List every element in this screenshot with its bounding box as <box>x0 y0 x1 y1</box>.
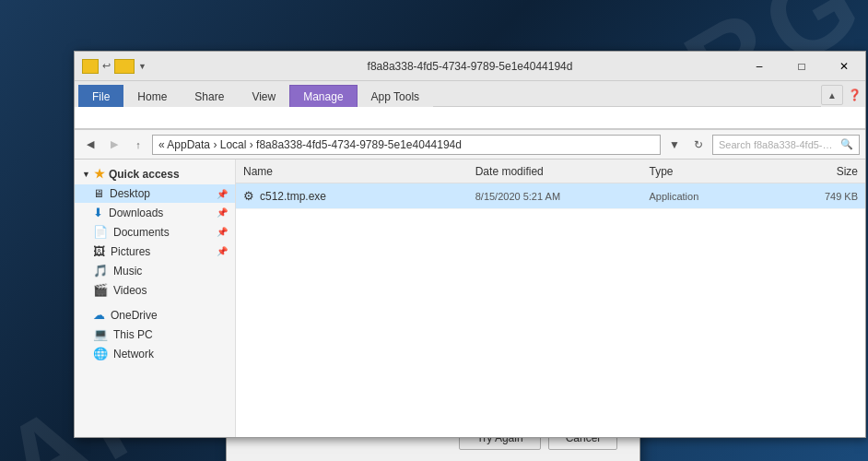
window-controls: – □ ✕ <box>738 52 865 81</box>
pin-icon-desktop: 📌 <box>217 189 228 199</box>
folder-icon-large <box>114 59 135 74</box>
pin-icon-documents: 📌 <box>217 227 228 237</box>
dropdown-arrow[interactable]: ▼ <box>664 138 685 151</box>
tab-app-tools[interactable]: App Tools <box>358 85 433 107</box>
tab-share[interactable]: Share <box>181 85 238 107</box>
downloads-icon: ⬇ <box>93 206 103 219</box>
network-icon: 🌐 <box>93 347 108 361</box>
address-path[interactable]: « AppData › Local › f8a8a338-4fd5-4734-9… <box>152 135 661 155</box>
sidebar-item-downloads-label: Downloads <box>109 207 163 219</box>
file-type: Application <box>649 191 765 202</box>
up-button[interactable]: ↑ <box>128 135 148 155</box>
videos-icon: 🎬 <box>93 283 108 297</box>
sidebar-item-videos[interactable]: 🎬 Videos <box>75 280 235 300</box>
close-button[interactable]: ✕ <box>823 52 865 81</box>
sidebar-item-onedrive[interactable]: ☁ OneDrive <box>75 305 235 325</box>
address-path-text: « AppData › Local › f8a8a338-4fd5-4734-9… <box>158 138 462 151</box>
file-name-cell: ⚙ c512.tmp.exe <box>243 189 475 203</box>
file-list-header: Name Date modified Type Size <box>236 160 865 183</box>
column-size[interactable]: Size <box>765 165 858 178</box>
pin-icon-downloads: 📌 <box>217 207 228 218</box>
quick-access-label: Quick access <box>109 168 180 181</box>
maximize-button[interactable]: □ <box>780 52 823 81</box>
documents-icon: 📄 <box>93 225 108 239</box>
sidebar-item-videos-label: Videos <box>113 284 147 297</box>
help-button[interactable]: ❓ <box>843 85 865 105</box>
column-date[interactable]: Date modified <box>475 165 650 178</box>
sidebar-item-music[interactable]: 🎵 Music <box>75 261 235 280</box>
tab-view[interactable]: View <box>238 85 289 107</box>
file-row[interactable]: ⚙ c512.tmp.exe 8/15/2020 5:21 AM Applica… <box>236 183 865 209</box>
file-date: 8/15/2020 5:21 AM <box>475 191 650 202</box>
ribbon-tabs: File Home Share View Manage App Tools ▲ … <box>75 81 865 107</box>
quick-access-header[interactable]: ▼ ★ Quick access <box>75 163 235 184</box>
music-icon: 🎵 <box>93 264 108 278</box>
file-name: c512.tmp.exe <box>260 190 326 203</box>
sidebar-item-onedrive-label: OneDrive <box>111 309 158 322</box>
quick-access-star-icon: ★ <box>94 167 105 181</box>
pin-icon-pictures: 📌 <box>217 246 228 256</box>
forward-button[interactable]: ▶ <box>104 135 124 155</box>
sidebar-item-pictures-label: Pictures <box>111 245 150 258</box>
file-size: 749 KB <box>765 191 858 202</box>
sidebar-item-this-pc-label: This PC <box>113 328 153 341</box>
exe-icon: ⚙ <box>243 189 254 203</box>
sidebar-item-desktop-label: Desktop <box>110 187 150 200</box>
ribbon-content <box>75 107 865 129</box>
address-bar: ◀ ▶ ↑ « AppData › Local › f8a8a338-4fd5-… <box>75 130 865 160</box>
collapse-arrow-icon: ▼ <box>82 170 90 179</box>
title-bar-icons: ↩ ▼ <box>82 59 147 74</box>
down-arrow-icon: ▼ <box>138 62 147 71</box>
sidebar-item-documents[interactable]: 📄 Documents 📌 <box>75 222 235 242</box>
sidebar-item-network-label: Network <box>113 348 154 361</box>
tab-manage[interactable]: Manage <box>289 85 357 107</box>
undo-icon: ↩ <box>102 60 111 72</box>
back-button[interactable]: ◀ <box>80 135 100 155</box>
minimize-button[interactable]: – <box>738 52 780 81</box>
this-pc-icon: 💻 <box>93 327 108 341</box>
tab-file[interactable]: File <box>78 85 123 107</box>
search-box[interactable]: Search f8a8a338-4fd5-4734-97... 🔍 <box>712 135 860 155</box>
column-name[interactable]: Name <box>243 165 475 178</box>
sidebar-item-downloads[interactable]: ⬇ Downloads 📌 <box>75 203 235 222</box>
onedrive-icon: ☁ <box>93 308 105 322</box>
sidebar: ▼ ★ Quick access 🖥 Desktop 📌 ⬇ Downloads… <box>75 160 236 437</box>
sidebar-item-pictures[interactable]: 🖼 Pictures 📌 <box>75 242 235 261</box>
refresh-button[interactable]: ↻ <box>688 135 709 155</box>
search-placeholder: Search f8a8a338-4fd5-4734-97... <box>719 139 837 150</box>
folder-icon-small <box>82 59 99 74</box>
file-list: Name Date modified Type Size ⚙ c512.tmp.… <box>236 160 865 437</box>
sidebar-item-documents-label: Documents <box>113 226 170 239</box>
sidebar-item-music-label: Music <box>113 265 142 278</box>
sidebar-item-desktop[interactable]: 🖥 Desktop 📌 <box>75 184 235 203</box>
title-bar: ↩ ▼ f8a8a338-4fd5-4734-9789-5e1e4044194d… <box>75 52 865 81</box>
ribbon-collapse-button[interactable]: ▲ <box>821 85 843 105</box>
search-icon: 🔍 <box>840 138 853 150</box>
explorer-window: ↩ ▼ f8a8a338-4fd5-4734-9789-5e1e4044194d… <box>74 51 866 438</box>
pictures-icon: 🖼 <box>93 244 105 258</box>
column-type[interactable]: Type <box>649 165 765 178</box>
desktop-icon: 🖥 <box>93 187 104 200</box>
sidebar-item-network[interactable]: 🌐 Network <box>75 344 235 363</box>
ribbon: File Home Share View Manage App Tools ▲ … <box>75 81 865 130</box>
tab-home[interactable]: Home <box>123 85 181 107</box>
sidebar-item-this-pc[interactable]: 💻 This PC <box>75 325 235 344</box>
window-title: f8a8a338-4fd5-4734-9789-5e1e4044194d <box>368 60 573 73</box>
main-area: ▼ ★ Quick access 🖥 Desktop 📌 ⬇ Downloads… <box>75 160 865 437</box>
